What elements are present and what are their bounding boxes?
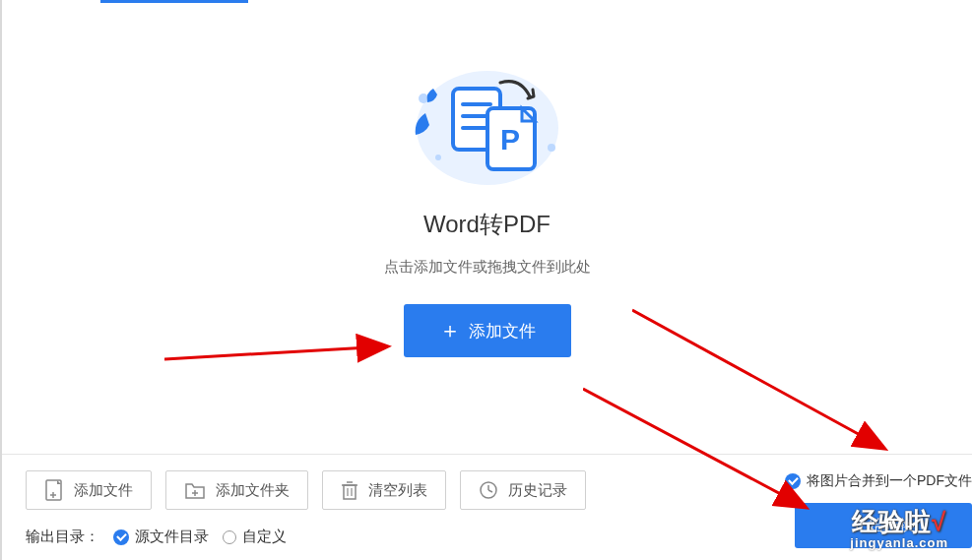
add-file-label: 添加文件 bbox=[469, 320, 536, 342]
add-file-text: 添加文件 bbox=[74, 481, 133, 500]
file-add-icon bbox=[44, 479, 64, 501]
active-tab-indicator bbox=[100, 0, 248, 3]
radio-empty-icon bbox=[223, 530, 236, 544]
add-folder-button[interactable]: 添加文件夹 bbox=[165, 470, 308, 510]
svg-line-25 bbox=[488, 490, 492, 492]
page-title: Word转PDF bbox=[2, 209, 972, 240]
output-custom-option[interactable]: 自定义 bbox=[223, 528, 287, 546]
check-icon bbox=[785, 473, 801, 489]
merge-images-option[interactable]: 将图片合并到一个PDF文件 bbox=[785, 472, 972, 490]
svg-point-1 bbox=[419, 93, 428, 103]
radio-checked-icon bbox=[113, 529, 129, 545]
clear-list-text: 清空列表 bbox=[368, 481, 427, 500]
add-file-button-main[interactable]: ＋ 添加文件 bbox=[404, 304, 571, 357]
output-source-dir-option[interactable]: 源文件目录 bbox=[113, 528, 209, 546]
svg-text:P: P bbox=[500, 123, 520, 156]
folder-add-icon bbox=[184, 480, 206, 500]
convert-button[interactable]: 开始转换 bbox=[795, 503, 972, 548]
add-folder-text: 添加文件夹 bbox=[216, 481, 290, 500]
clear-list-button[interactable]: 清空列表 bbox=[322, 470, 446, 510]
trash-icon bbox=[341, 480, 358, 500]
plus-icon: ＋ bbox=[439, 316, 461, 345]
merge-images-label: 将图片合并到一个PDF文件 bbox=[807, 472, 972, 490]
source-dir-label: 源文件目录 bbox=[135, 528, 209, 546]
svg-point-3 bbox=[435, 155, 441, 160]
bottom-toolbar: 添加文件 添加文件夹 清空列表 历史记录 将图片合并到一个PDF文件 输出目录：… bbox=[2, 454, 972, 560]
custom-dir-label: 自定义 bbox=[242, 528, 287, 546]
word-to-pdf-illustration: P bbox=[404, 59, 571, 187]
output-dir-label: 输出目录： bbox=[26, 528, 99, 546]
history-text: 历史记录 bbox=[508, 481, 567, 500]
add-file-button[interactable]: 添加文件 bbox=[26, 470, 152, 510]
convert-button-label: 开始转换 bbox=[852, 517, 915, 533]
svg-rect-18 bbox=[344, 485, 356, 499]
drop-zone[interactable]: P Word转PDF 点击添加文件或拖拽文件到此处 ＋ 添加文件 bbox=[2, 59, 972, 357]
drop-hint: 点击添加文件或拖拽文件到此处 bbox=[2, 258, 972, 277]
history-button[interactable]: 历史记录 bbox=[460, 470, 586, 510]
svg-point-2 bbox=[548, 144, 555, 152]
clock-icon bbox=[479, 480, 498, 500]
